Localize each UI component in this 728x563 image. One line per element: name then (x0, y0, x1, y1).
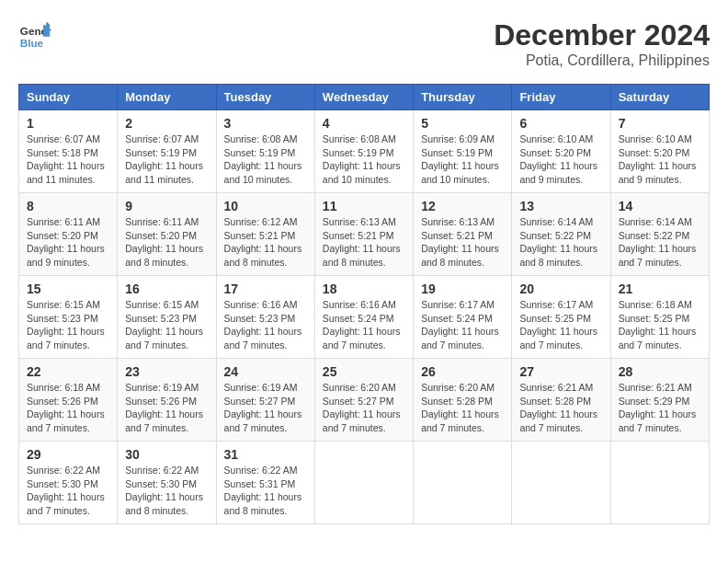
day-number: 22 (27, 364, 109, 379)
table-row: 21 Sunrise: 6:18 AM Sunset: 5:25 PM Dayl… (610, 276, 709, 359)
table-row: 6 Sunrise: 6:10 AM Sunset: 5:20 PM Dayli… (512, 110, 610, 193)
month-title: December 2024 (494, 18, 710, 52)
day-info: Sunrise: 6:19 AM Sunset: 5:27 PM Dayligh… (224, 381, 307, 435)
day-info: Sunrise: 6:21 AM Sunset: 5:28 PM Dayligh… (519, 381, 602, 435)
day-number: 4 (323, 116, 405, 131)
table-row: 28 Sunrise: 6:21 AM Sunset: 5:29 PM Dayl… (610, 359, 709, 442)
day-number: 19 (421, 282, 504, 296)
calendar-week-row: 22 Sunrise: 6:18 AM Sunset: 5:26 PM Dayl… (19, 359, 710, 442)
day-info: Sunrise: 6:13 AM Sunset: 5:21 PM Dayligh… (323, 215, 405, 270)
table-row (610, 442, 709, 524)
day-number: 7 (619, 116, 701, 131)
day-number: 15 (27, 282, 109, 296)
day-info: Sunrise: 6:18 AM Sunset: 5:25 PM Dayligh… (619, 298, 701, 352)
table-row: 25 Sunrise: 6:20 AM Sunset: 5:27 PM Dayl… (314, 359, 413, 442)
day-info: Sunrise: 6:22 AM Sunset: 5:30 PM Dayligh… (125, 464, 208, 518)
day-number: 6 (519, 116, 602, 131)
table-row: 19 Sunrise: 6:17 AM Sunset: 5:24 PM Dayl… (414, 276, 512, 359)
day-info: Sunrise: 6:21 AM Sunset: 5:29 PM Dayligh… (619, 381, 701, 435)
day-number: 1 (27, 116, 109, 131)
title-block: December 2024 Potia, Cordillera, Philipp… (494, 18, 710, 69)
day-info: Sunrise: 6:15 AM Sunset: 5:23 PM Dayligh… (27, 298, 109, 352)
day-number: 28 (619, 364, 701, 379)
col-thursday: Thursday (414, 85, 512, 110)
day-info: Sunrise: 6:17 AM Sunset: 5:24 PM Dayligh… (421, 298, 504, 352)
table-row: 9 Sunrise: 6:11 AM Sunset: 5:20 PM Dayli… (118, 193, 216, 276)
day-info: Sunrise: 6:11 AM Sunset: 5:20 PM Dayligh… (125, 215, 208, 270)
table-row: 2 Sunrise: 6:07 AM Sunset: 5:19 PM Dayli… (118, 110, 216, 193)
day-info: Sunrise: 6:14 AM Sunset: 5:22 PM Dayligh… (619, 215, 701, 270)
table-row: 15 Sunrise: 6:15 AM Sunset: 5:23 PM Dayl… (19, 276, 118, 359)
table-row (314, 442, 413, 524)
day-info: Sunrise: 6:09 AM Sunset: 5:19 PM Dayligh… (421, 132, 504, 187)
day-info: Sunrise: 6:12 AM Sunset: 5:21 PM Dayligh… (224, 215, 307, 270)
table-row: 14 Sunrise: 6:14 AM Sunset: 5:22 PM Dayl… (610, 193, 709, 276)
logo-icon: General Blue (18, 18, 51, 52)
day-number: 11 (323, 199, 405, 213)
calendar-week-row: 1 Sunrise: 6:07 AM Sunset: 5:18 PM Dayli… (19, 110, 710, 193)
day-number: 10 (224, 199, 307, 213)
day-number: 2 (125, 116, 208, 131)
day-info: Sunrise: 6:08 AM Sunset: 5:19 PM Dayligh… (224, 132, 307, 187)
day-info: Sunrise: 6:19 AM Sunset: 5:26 PM Dayligh… (125, 381, 208, 435)
table-row: 8 Sunrise: 6:11 AM Sunset: 5:20 PM Dayli… (19, 193, 118, 276)
day-info: Sunrise: 6:15 AM Sunset: 5:23 PM Dayligh… (125, 298, 208, 352)
table-row: 10 Sunrise: 6:12 AM Sunset: 5:21 PM Dayl… (216, 193, 314, 276)
svg-marker-2 (43, 25, 50, 37)
day-number: 3 (224, 116, 307, 131)
table-row: 5 Sunrise: 6:09 AM Sunset: 5:19 PM Dayli… (414, 110, 512, 193)
day-info: Sunrise: 6:20 AM Sunset: 5:28 PM Dayligh… (421, 381, 504, 435)
day-number: 18 (323, 282, 405, 296)
day-info: Sunrise: 6:16 AM Sunset: 5:23 PM Dayligh… (224, 298, 307, 352)
page-header: General Blue December 2024 Potia, Cordil… (18, 18, 710, 69)
table-row: 29 Sunrise: 6:22 AM Sunset: 5:30 PM Dayl… (19, 442, 118, 524)
day-info: Sunrise: 6:10 AM Sunset: 5:20 PM Dayligh… (619, 132, 701, 187)
table-row: 3 Sunrise: 6:08 AM Sunset: 5:19 PM Dayli… (216, 110, 314, 193)
table-row: 22 Sunrise: 6:18 AM Sunset: 5:26 PM Dayl… (19, 359, 118, 442)
table-row: 18 Sunrise: 6:16 AM Sunset: 5:24 PM Dayl… (314, 276, 413, 359)
col-wednesday: Wednesday (314, 85, 413, 110)
day-info: Sunrise: 6:14 AM Sunset: 5:22 PM Dayligh… (519, 215, 602, 270)
day-info: Sunrise: 6:20 AM Sunset: 5:27 PM Dayligh… (323, 381, 405, 435)
day-number: 21 (619, 282, 701, 296)
day-number: 16 (125, 282, 208, 296)
logo: General Blue (18, 18, 51, 52)
day-number: 31 (224, 447, 307, 462)
svg-text:Blue: Blue (20, 37, 44, 49)
day-number: 8 (27, 199, 109, 213)
col-sunday: Sunday (19, 85, 118, 110)
day-number: 26 (421, 364, 504, 379)
day-number: 25 (323, 364, 405, 379)
calendar-week-row: 29 Sunrise: 6:22 AM Sunset: 5:30 PM Dayl… (19, 442, 710, 524)
day-number: 30 (125, 447, 208, 462)
day-number: 13 (519, 199, 602, 213)
col-tuesday: Tuesday (216, 85, 314, 110)
day-info: Sunrise: 6:11 AM Sunset: 5:20 PM Dayligh… (27, 215, 109, 270)
day-number: 5 (421, 116, 504, 131)
day-number: 17 (224, 282, 307, 296)
table-row: 27 Sunrise: 6:21 AM Sunset: 5:28 PM Dayl… (512, 359, 610, 442)
day-number: 23 (125, 364, 208, 379)
day-info: Sunrise: 6:07 AM Sunset: 5:18 PM Dayligh… (27, 132, 109, 187)
day-info: Sunrise: 6:22 AM Sunset: 5:31 PM Dayligh… (224, 464, 307, 518)
day-info: Sunrise: 6:10 AM Sunset: 5:20 PM Dayligh… (519, 132, 602, 187)
col-monday: Monday (118, 85, 216, 110)
day-number: 9 (125, 199, 208, 213)
table-row: 24 Sunrise: 6:19 AM Sunset: 5:27 PM Dayl… (216, 359, 314, 442)
table-row: 4 Sunrise: 6:08 AM Sunset: 5:19 PM Dayli… (314, 110, 413, 193)
day-info: Sunrise: 6:08 AM Sunset: 5:19 PM Dayligh… (323, 132, 405, 187)
table-row (414, 442, 512, 524)
location-subtitle: Potia, Cordillera, Philippines (494, 52, 710, 69)
table-row: 1 Sunrise: 6:07 AM Sunset: 5:18 PM Dayli… (19, 110, 118, 193)
day-info: Sunrise: 6:13 AM Sunset: 5:21 PM Dayligh… (421, 215, 504, 270)
day-info: Sunrise: 6:22 AM Sunset: 5:30 PM Dayligh… (27, 464, 109, 518)
calendar-table: Sunday Monday Tuesday Wednesday Thursday… (18, 84, 710, 524)
calendar-week-row: 15 Sunrise: 6:15 AM Sunset: 5:23 PM Dayl… (19, 276, 710, 359)
day-number: 24 (224, 364, 307, 379)
table-row: 12 Sunrise: 6:13 AM Sunset: 5:21 PM Dayl… (414, 193, 512, 276)
day-number: 27 (519, 364, 602, 379)
table-row: 31 Sunrise: 6:22 AM Sunset: 5:31 PM Dayl… (216, 442, 314, 524)
table-row: 17 Sunrise: 6:16 AM Sunset: 5:23 PM Dayl… (216, 276, 314, 359)
table-row: 11 Sunrise: 6:13 AM Sunset: 5:21 PM Dayl… (314, 193, 413, 276)
table-row: 13 Sunrise: 6:14 AM Sunset: 5:22 PM Dayl… (512, 193, 610, 276)
